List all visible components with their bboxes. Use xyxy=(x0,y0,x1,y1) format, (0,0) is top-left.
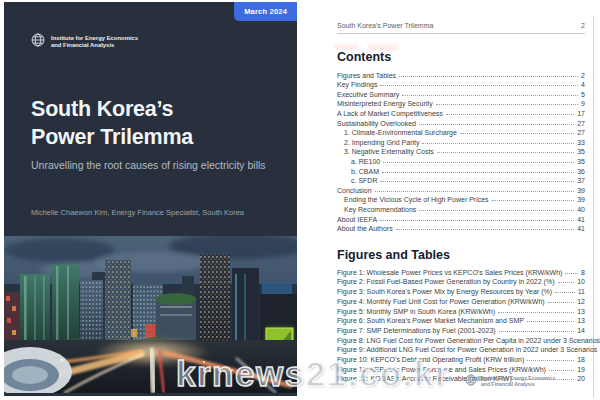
contents-entry[interactable]: Ending the Vicious Cycle of High Power P… xyxy=(337,194,585,204)
entry-page-number: 33 xyxy=(577,139,585,146)
dot-leader xyxy=(555,292,575,293)
entry-page-number: 4 xyxy=(581,81,585,88)
figure-entry[interactable]: Figure 1: Wholesale Power Prices vs KEPC… xyxy=(337,266,585,276)
figure-entry[interactable]: Figure 2: Fossil Fuel-Based Power Genera… xyxy=(337,276,585,286)
ieefa-logo-line1: Institute for Energy Economics xyxy=(51,35,138,41)
entry-page-number: 27 xyxy=(577,120,585,127)
report-title-line2: Power Trilemma xyxy=(31,124,193,152)
figure-entry[interactable]: Figure 9: Additional LNG Fuel Cost for P… xyxy=(337,344,585,354)
contents-entry[interactable]: 1. Climate-Environmental Surcharge27 xyxy=(337,127,585,137)
contents-entry[interactable]: Key Recommendations40 xyxy=(337,203,585,213)
entry-label: Figure 8: LNG Fuel Cost for Power Genera… xyxy=(337,337,600,344)
report-cover-page: March 2024 Institute for Energy Economic… xyxy=(4,2,297,396)
ieefa-logo-line2: and Financial Analysis xyxy=(51,42,114,48)
dot-leader xyxy=(548,302,575,303)
entry-label: Conclusion xyxy=(337,187,372,194)
header-rule xyxy=(337,33,585,34)
entry-page-number: 11 xyxy=(578,288,585,295)
contents-entry[interactable]: a. RE10035 xyxy=(337,155,585,165)
dot-leader xyxy=(446,114,574,115)
entry-page-number: 19 xyxy=(577,366,585,373)
figure-entry[interactable]: Figure 7: SMP Determinations by Fuel (20… xyxy=(337,324,585,334)
contents-entry[interactable]: Sustainability Overlooked27 xyxy=(337,117,585,127)
entry-label: Executive Summary xyxy=(337,91,399,98)
entry-page-number: 35 xyxy=(577,148,585,155)
contents-list: Figures and Tables2Key Findings4Executiv… xyxy=(337,69,585,232)
figures-heading: Figures and Tables xyxy=(337,248,585,262)
figures-list: Figure 1: Wholesale Power Prices vs KEPC… xyxy=(337,266,585,382)
entry-page-number: 18 xyxy=(577,356,585,363)
contents-entry[interactable]: About IEEFA41 xyxy=(337,213,585,223)
entry-label: About IEEFA xyxy=(337,216,377,223)
report-subtitle: Unravelling the root causes of rising el… xyxy=(31,159,266,171)
report-title: South Korea’s Power Trilemma xyxy=(31,96,193,152)
dot-leader xyxy=(498,312,574,313)
contents-entry[interactable]: b. CBAM36 xyxy=(337,165,585,175)
figure-entry[interactable]: Figure 8: LNG Fuel Cost for Power Genera… xyxy=(337,334,585,344)
entry-label: Key Recommendations xyxy=(337,206,416,213)
figure-entry[interactable]: Figure 3: South Korea’s Power Mix by Ene… xyxy=(337,285,585,295)
contents-entry[interactable]: Misinterpreted Energy Security9 xyxy=(337,98,585,108)
dot-leader xyxy=(527,360,574,361)
contents-entry[interactable]: c. SFDR37 xyxy=(337,175,585,185)
entry-label: 3. Negative Externality Costs xyxy=(337,148,434,155)
dot-leader xyxy=(383,162,574,163)
dot-leader xyxy=(399,76,578,77)
entry-page-number: 5 xyxy=(581,91,585,98)
page-number: 2 xyxy=(581,22,585,29)
contents-heading: Contents xyxy=(337,50,585,64)
entry-page-number: 41 xyxy=(577,225,585,232)
entry-label: c. SFDR xyxy=(337,177,377,184)
ieefa-logo-text: Institute for Energy Economics and Finan… xyxy=(51,35,138,50)
toc-page: South Korea’s Power Trilemma 2 Contents … xyxy=(297,0,600,400)
dot-leader xyxy=(460,133,574,134)
dot-leader xyxy=(499,331,575,332)
contents-entry[interactable]: A Lack of Market Competitiveness17 xyxy=(337,107,585,117)
dot-leader xyxy=(422,143,574,144)
faint-watermark-smudge xyxy=(368,44,398,51)
date-badge: March 2024 xyxy=(234,2,297,21)
dot-leader xyxy=(565,273,578,274)
figure-entry[interactable]: Figure 6: South Korea’s Power Market Mec… xyxy=(337,315,585,325)
toc-content: South Korea’s Power Trilemma 2 Contents … xyxy=(337,0,585,382)
dot-leader xyxy=(436,104,578,105)
footer-logo-text: Institute for Energy Economics and Finan… xyxy=(481,375,555,388)
entry-page-number: 20 xyxy=(577,375,585,382)
entry-page-number: 12 xyxy=(577,298,585,305)
contents-entry[interactable]: 2. Impending Grid Parity33 xyxy=(337,136,585,146)
figure-entry[interactable]: Figure 10: KEPCO’s Debt and Operating Pr… xyxy=(337,353,585,363)
contents-entry[interactable]: Conclusion39 xyxy=(337,184,585,194)
contents-entry[interactable]: About the Authors41 xyxy=(337,223,585,233)
entry-page-number: 37 xyxy=(577,177,585,184)
report-author: Michelle Chaewon Kim, Energy Finance Spe… xyxy=(31,208,244,217)
dot-leader xyxy=(402,95,578,96)
dot-leader xyxy=(527,321,574,322)
contents-entry[interactable]: Key Findings4 xyxy=(337,79,585,89)
entry-label: Figure 4: Monthly Fuel Unit Cost for Pow… xyxy=(337,298,545,305)
contents-entry[interactable]: Executive Summary5 xyxy=(337,88,585,98)
figure-entry[interactable]: Figure 4: Monthly Fuel Unit Cost for Pow… xyxy=(337,295,585,305)
entry-page-number: 13 xyxy=(577,317,585,324)
contents-entry[interactable]: Figures and Tables2 xyxy=(337,69,585,79)
dot-leader xyxy=(382,172,574,173)
entry-label: Figure 6: South Korea’s Power Market Mec… xyxy=(337,317,524,324)
entry-page-number: 40 xyxy=(577,206,585,213)
entry-label: Figure 10: KEPCO’s Debt and Operating Pr… xyxy=(337,356,524,363)
entry-label: Figure 3: South Korea’s Power Mix by Ene… xyxy=(337,288,552,295)
city-photo xyxy=(4,236,297,393)
entry-label: Figure 7: SMP Determinations by Fuel (20… xyxy=(337,327,496,334)
figure-entry[interactable]: Figure 5: Monthly SMP in South Korea (KR… xyxy=(337,305,585,315)
entry-label: About the Authors xyxy=(337,225,393,232)
ieefa-logo: Institute for Energy Economics and Finan… xyxy=(31,33,138,51)
running-header-title: South Korea’s Power Trilemma xyxy=(337,22,433,29)
entry-page-number: 2 xyxy=(581,72,585,79)
entry-label: Key Findings xyxy=(337,81,377,88)
entry-label: Misinterpreted Energy Security xyxy=(337,100,433,107)
entry-page-number: 39 xyxy=(577,187,585,194)
entry-label: b. CBAM xyxy=(337,168,379,175)
contents-entry[interactable]: 3. Negative Externality Costs35 xyxy=(337,146,585,156)
entry-label: Figure 5: Monthly SMP in South Korea (KR… xyxy=(337,308,495,315)
entry-label: Ending the Vicious Cycle of High Power P… xyxy=(337,196,489,203)
entry-page-number: 13 xyxy=(577,308,585,315)
globe-icon xyxy=(465,372,477,390)
